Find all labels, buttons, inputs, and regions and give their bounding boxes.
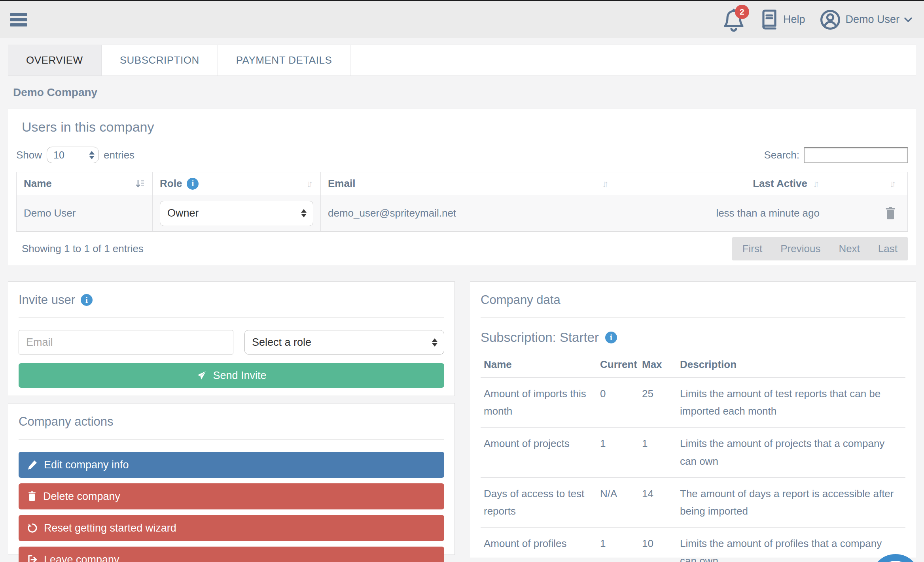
limits-row-imports: Amount of imports this month 0 25 Limits… xyxy=(481,377,905,427)
edit-company-button[interactable]: Edit company info xyxy=(19,452,444,478)
trash-icon[interactable] xyxy=(884,206,896,221)
user-menu[interactable]: Demo User xyxy=(820,9,912,30)
search-label: Search: xyxy=(764,149,799,161)
send-invite-button[interactable]: Send Invite xyxy=(19,363,444,388)
sort-icon: ↓↑ xyxy=(602,178,609,189)
page-size-value: 10 xyxy=(53,149,64,161)
pagination-first[interactable]: First xyxy=(742,243,763,255)
actions-panel-title: Company actions xyxy=(19,415,114,429)
limits-row-profiles: Amount of profiles 1 10 Limits the amoun… xyxy=(481,527,905,562)
delete-company-label: Delete company xyxy=(43,490,120,503)
user-name-cell: Demo User xyxy=(16,195,153,231)
invite-role-select[interactable]: Select a role xyxy=(244,330,444,355)
users-table-header: Name Role i ↓↑ Email ↓↑ La xyxy=(16,172,908,195)
data-panel-title: Company data xyxy=(481,293,560,307)
subscription-label: Subscription: Starter xyxy=(481,330,599,345)
reset-wizard-label: Reset getting started wizard xyxy=(44,522,176,534)
column-header-email[interactable]: Email ↓↑ xyxy=(321,172,616,195)
sort-icon: ↓↑ xyxy=(307,178,313,189)
invite-info-icon[interactable]: i xyxy=(81,294,93,306)
role-select[interactable]: Owner xyxy=(160,201,313,226)
invite-role-value: Select a role xyxy=(252,336,311,349)
column-header-last-active[interactable]: Last Active ↓↑ xyxy=(616,172,827,195)
pagination-last[interactable]: Last xyxy=(878,243,897,255)
users-panel: Users in this company Show 10 entries Se… xyxy=(8,109,916,266)
sort-active-icon[interactable] xyxy=(135,179,145,189)
page-size-select[interactable]: 10 xyxy=(47,147,99,163)
company-data-panel: Company data Subscription: Starter i Nam… xyxy=(470,281,916,558)
select-arrows-icon xyxy=(89,151,95,159)
leave-company-button[interactable]: Leave company xyxy=(19,547,444,562)
edit-company-label: Edit company info xyxy=(44,459,129,471)
user-role-cell: Owner xyxy=(153,195,321,231)
menu-icon[interactable] xyxy=(10,13,27,26)
help-book-icon xyxy=(760,9,778,30)
sign-out-icon xyxy=(27,554,38,562)
divider xyxy=(19,317,444,318)
sort-icon: ↓↑ xyxy=(890,178,896,189)
pagination: First Previous Next Last xyxy=(732,237,908,260)
users-table: Name Role i ↓↑ Email ↓↑ La xyxy=(16,172,908,232)
sort-icon: ↓↑ xyxy=(813,178,820,189)
chevron-down-icon xyxy=(904,17,912,23)
undo-icon xyxy=(27,523,38,533)
users-panel-title: Users in this company xyxy=(22,119,908,135)
tab-subscription[interactable]: SUBSCRIPTION xyxy=(102,45,218,75)
help-button[interactable]: Help xyxy=(760,9,805,30)
delete-company-button[interactable]: Delete company xyxy=(19,483,444,509)
column-header-actions[interactable]: ↓↑ xyxy=(827,172,908,195)
role-value: Owner xyxy=(167,207,199,219)
user-last-active-cell: less than a minute ago xyxy=(616,195,827,231)
user-actions-cell xyxy=(827,195,908,231)
company-actions-panel: Company actions Edit company info Delete… xyxy=(8,403,455,555)
column-header-role[interactable]: Role i ↓↑ xyxy=(153,172,321,195)
page-title: Demo Company xyxy=(13,86,97,99)
limits-row-projects: Amount of projects 1 1 Limits the amount… xyxy=(481,427,905,477)
pagination-previous[interactable]: Previous xyxy=(780,243,820,255)
invite-user-panel: Invite user i Select a role Send Invite xyxy=(8,281,455,396)
search-input[interactable] xyxy=(804,147,908,163)
send-invite-label: Send Invite xyxy=(213,370,266,382)
divider xyxy=(19,439,444,440)
user-avatar-icon xyxy=(820,9,841,30)
divider xyxy=(481,317,905,318)
show-label: Show xyxy=(16,149,42,161)
tab-overview[interactable]: OVERVIEW xyxy=(8,45,102,75)
top-bar: 2 Help Demo User xyxy=(0,1,924,38)
user-name: Demo User xyxy=(845,13,899,26)
select-arrows-icon xyxy=(301,209,307,217)
entries-label: entries xyxy=(104,149,134,161)
select-arrows-icon xyxy=(432,338,437,347)
subscription-info-icon[interactable]: i xyxy=(605,332,617,343)
tab-payment-details[interactable]: PAYMENT DETAILS xyxy=(218,45,351,75)
invite-panel-title: Invite user xyxy=(19,293,75,307)
limits-row-days-access: Days of access to test reports N/A 14 Th… xyxy=(481,477,905,527)
reset-wizard-button[interactable]: Reset getting started wizard xyxy=(19,515,444,541)
pencil-icon xyxy=(27,460,38,470)
notifications-button[interactable]: 2 xyxy=(723,8,745,32)
trash-icon xyxy=(27,491,37,502)
user-email-cell: demo_user@spriteymail.net xyxy=(321,195,616,231)
pagination-next[interactable]: Next xyxy=(839,243,860,255)
column-header-name[interactable]: Name xyxy=(16,172,153,195)
role-info-icon[interactable]: i xyxy=(187,178,199,190)
help-label: Help xyxy=(783,13,805,26)
leave-company-label: Leave company xyxy=(44,554,119,562)
paper-plane-icon xyxy=(196,370,207,381)
table-row: Demo User Owner demo_user@spriteymail.ne… xyxy=(16,195,908,232)
tab-bar: OVERVIEW SUBSCRIPTION PAYMENT DETAILS xyxy=(8,45,916,76)
limits-table-header: Name Current Max Description xyxy=(481,358,905,377)
notification-badge: 2 xyxy=(735,5,749,19)
table-summary: Showing 1 to 1 of 1 entries xyxy=(22,243,144,255)
invite-email-field[interactable] xyxy=(19,330,233,355)
